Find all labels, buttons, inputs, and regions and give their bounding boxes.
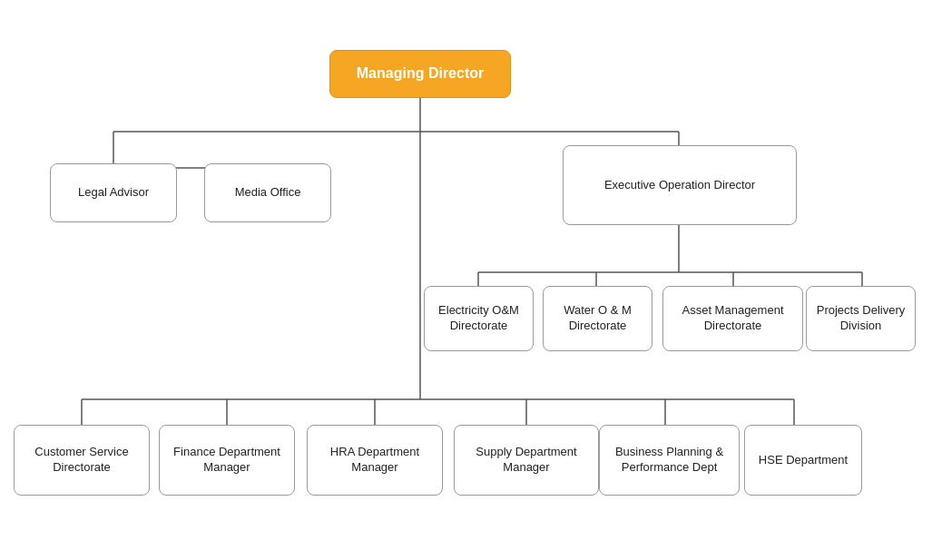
legal-advisor-node: Legal Advisor xyxy=(50,163,177,222)
biz-planning-node: Business Planning & Performance Dept xyxy=(599,425,740,496)
water-om-node: Water O & M Directorate xyxy=(543,286,652,351)
hra-dept-node: HRA Department Manager xyxy=(307,425,443,496)
customer-service-node: Customer Service Directorate xyxy=(14,425,150,496)
supply-dept-node: Supply Department Manager xyxy=(454,425,599,496)
media-office-node: Media Office xyxy=(204,163,331,222)
asset-mgmt-node: Asset Management Directorate xyxy=(662,286,803,351)
exec-op-director-node: Executive Operation Director xyxy=(563,145,797,225)
managing-director-node: Managing Director xyxy=(329,50,511,98)
hse-dept-node: HSE Department xyxy=(744,425,862,496)
org-chart: Managing Director Legal Advisor Media Of… xyxy=(0,0,932,560)
electricity-om-node: Electricity O&M Directorate xyxy=(424,286,534,351)
projects-delivery-node: Projects Delivery Division xyxy=(806,286,916,351)
finance-dept-node: Finance Department Manager xyxy=(159,425,295,496)
